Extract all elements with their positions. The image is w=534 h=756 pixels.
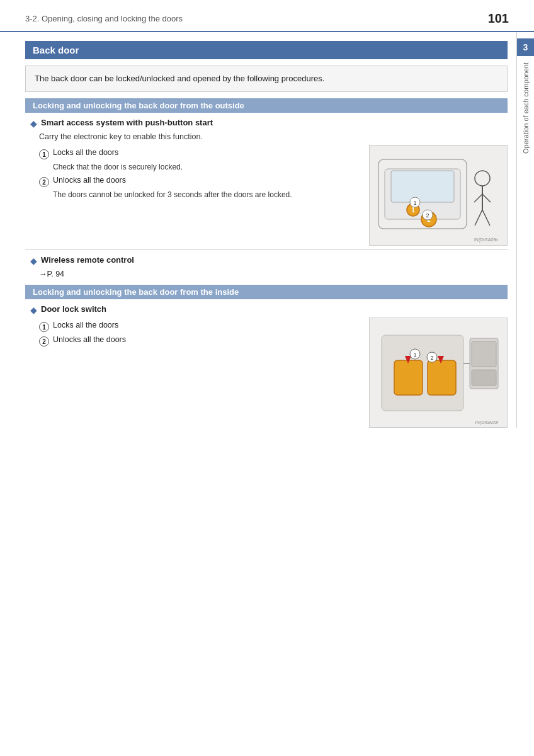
svg-text:IN(DIGA09b: IN(DIGA09b xyxy=(474,238,498,243)
svg-rect-3 xyxy=(391,171,454,202)
chapter-title: 3-2. Opening, closing and locking the do… xyxy=(25,14,183,23)
section1-item2-subtext: The doors cannot be unlocked for 3 secon… xyxy=(53,189,363,200)
section1-image-container: 1 2 1 xyxy=(369,145,508,246)
inside-door-image: 2 1 IN(DIGA00f xyxy=(369,318,508,428)
section2-image-container: 2 1 IN(DIGA00f xyxy=(369,318,508,428)
subsection2-label: Wireless remote control xyxy=(41,255,134,265)
wireless-ref: →P. 94 xyxy=(39,270,508,278)
num-circle-2: 2 xyxy=(39,177,49,187)
section1-title: Locking and unlocking the back door from… xyxy=(25,98,508,113)
diamond-icon-1: ◆ xyxy=(30,118,37,129)
page-header: 3-2. Opening, closing and locking the do… xyxy=(0,0,534,32)
side-tab-text: Operation of each component xyxy=(522,62,530,154)
door-lock-label: Door lock switch xyxy=(41,304,106,314)
section1-item2-label: Unlocks all the doors xyxy=(53,176,126,185)
intro-text: The back door can be locked/unlocked and… xyxy=(35,74,324,83)
side-tab-number: 3 xyxy=(517,38,535,56)
subsection2-bullet: ◆ Wireless remote control xyxy=(30,255,508,266)
section2-items: 1 Locks all the doors 2 Unlocks all the … xyxy=(25,318,363,428)
side-tab: 3 Operation of each component xyxy=(516,32,534,428)
svg-rect-22 xyxy=(428,360,456,395)
carry-text: Carry the electronic key to enable this … xyxy=(39,131,508,143)
svg-text:IN(DIGA00f: IN(DIGA00f xyxy=(475,420,498,425)
svg-rect-31 xyxy=(472,370,496,386)
door-lock-bullet: ◆ Door lock switch xyxy=(30,304,508,315)
section2-two-col: 1 Locks all the doors 2 Unlocks all the … xyxy=(25,318,508,428)
svg-rect-30 xyxy=(472,341,496,367)
section2-item-1: 1 Locks all the doors xyxy=(39,321,363,332)
svg-text:2: 2 xyxy=(430,355,433,361)
section2-item-2: 2 Unlocks all the doors xyxy=(39,335,363,346)
subsection1-bullet: ◆ Smart access system with push-button s… xyxy=(30,118,508,129)
section1-item1-subtext: Check that the door is securely locked. xyxy=(53,161,363,173)
diamond-icon-3: ◆ xyxy=(30,305,37,315)
svg-text:1: 1 xyxy=(413,200,416,206)
diamond-icon-2: ◆ xyxy=(30,256,37,266)
section2-item1-label: Locks all the doors xyxy=(53,321,118,329)
subsection1-label: Smart access system with push-button sta… xyxy=(41,118,213,127)
section1-item-1: 1 Locks all the doors xyxy=(39,148,363,159)
svg-text:2: 2 xyxy=(426,212,429,219)
num-circle-4: 2 xyxy=(39,336,49,346)
num-circle-3: 1 xyxy=(39,322,49,332)
main-content: Back door The back door can be locked/un… xyxy=(25,32,514,428)
svg-text:1: 1 xyxy=(411,207,415,214)
svg-rect-21 xyxy=(394,360,423,395)
divider-1 xyxy=(25,249,508,250)
page-container: 3-2. Opening, closing and locking the do… xyxy=(0,0,534,756)
content-area: Back door The back door can be locked/un… xyxy=(0,32,534,428)
intro-box: The back door can be locked/unlocked and… xyxy=(25,66,508,92)
outside-door-image: 1 2 1 xyxy=(369,145,508,246)
section1-two-col: 1 Locks all the doors Check that the doo… xyxy=(25,145,508,246)
section2-title: Locking and unlocking the back door from… xyxy=(25,285,508,299)
svg-text:1: 1 xyxy=(413,352,416,358)
section1-item-2: 2 Unlocks all the doors xyxy=(39,176,363,187)
section1-item1-label: Locks all the doors xyxy=(53,148,118,157)
num-circle-1: 1 xyxy=(39,149,49,159)
section1-items: 1 Locks all the doors Check that the doo… xyxy=(25,145,363,246)
page-number: 101 xyxy=(488,11,509,26)
section2-item2-label: Unlocks all the doors xyxy=(53,335,126,344)
back-door-title: Back door xyxy=(25,41,508,59)
